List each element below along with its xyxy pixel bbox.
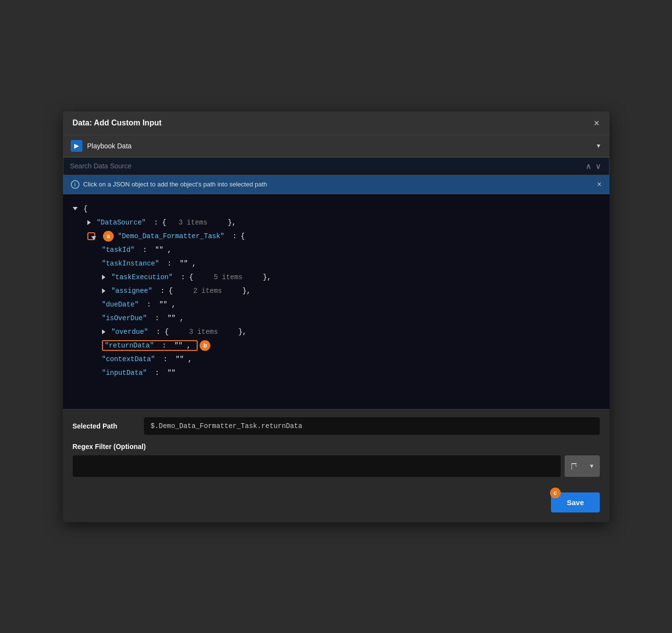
datasource-dropdown-arrow[interactable]: ▼ (596, 143, 602, 149)
info-banner-close-button[interactable]: × (597, 180, 601, 189)
overdue-expand-arrow[interactable] (102, 329, 105, 334)
datasource-row: ▶ Playbook Data ▼ (63, 135, 610, 157)
bottom-section: Selected Path Regex Filter (Optional) ▼ (63, 409, 610, 485)
json-returndata-line[interactable]: "returnData" : "" , b (73, 339, 600, 352)
search-arrows: ∧ ∨ (585, 162, 602, 171)
json-taskid-line[interactable]: "taskId" : "" , (73, 243, 600, 257)
info-banner-text: Click on a JSON object to add the object… (83, 181, 267, 188)
json-assignee-line[interactable]: "assignee" : { 2 items }, (73, 284, 600, 298)
json-tree: { "DataSource" : { 3 items }, a "Demo_Da… (63, 194, 610, 409)
regex-input[interactable] (73, 455, 561, 477)
datasource-expand-arrow[interactable] (87, 220, 91, 225)
json-taskexecution-line[interactable]: "taskExecution" : { 5 items }, (73, 270, 600, 284)
info-icon: i (71, 180, 80, 189)
modal-title: Data: Add Custom Input (73, 119, 162, 127)
regex-dropdown-button[interactable]: ▼ (584, 455, 600, 477)
root-expand-arrow[interactable] (73, 207, 78, 210)
returndata-highlighted[interactable]: "returnData" : "" , (102, 340, 198, 351)
search-down-button[interactable]: ∨ (594, 162, 602, 171)
annotation-c: c (550, 488, 561, 498)
json-taskinstance-line[interactable]: "taskInstance" : "" , (73, 257, 600, 270)
json-inputdata-line[interactable]: "inputData" : "" (73, 366, 600, 380)
selected-path-input[interactable] (144, 417, 600, 435)
search-up-button[interactable]: ∧ (585, 162, 592, 171)
flag-icon (570, 462, 578, 470)
regex-section: Regex Filter (Optional) ▼ (73, 443, 600, 477)
footer-row: c Save (63, 485, 610, 522)
json-datasource-line[interactable]: "DataSource" : { 3 items }, (73, 216, 600, 229)
json-isoverdue-line[interactable]: "isOverDue" : "" , (73, 311, 600, 325)
datasource-icon: ▶ (71, 140, 82, 152)
annotation-a: a (103, 231, 114, 242)
json-demo-task-line[interactable]: a "Demo_Data_Formatter_Task" : { (73, 229, 600, 243)
search-row: ∧ ∨ (63, 157, 610, 175)
modal-close-button[interactable]: × (594, 118, 600, 128)
regex-label: Regex Filter (Optional) (73, 443, 600, 450)
demo-task-expand-arrow[interactable] (87, 232, 95, 240)
taskexecution-expand-arrow[interactable] (102, 275, 105, 280)
assignee-expand-arrow[interactable] (102, 288, 105, 293)
datasource-label: Playbook Data (87, 142, 591, 150)
regex-input-row: ▼ (73, 455, 600, 477)
json-duedate-line[interactable]: "dueDate" : "" , (73, 298, 600, 311)
search-input[interactable] (70, 162, 585, 170)
regex-flag-button[interactable] (565, 455, 584, 477)
json-contextdata-line[interactable]: "contextData" : "" , (73, 352, 600, 366)
info-banner: i Click on a JSON object to add the obje… (63, 175, 610, 194)
regex-flag-group: ▼ (565, 455, 600, 477)
annotation-b: b (200, 340, 210, 351)
json-root-line: { (73, 202, 600, 216)
selected-path-label: Selected Path (73, 422, 136, 430)
modal-header: Data: Add Custom Input × (63, 111, 610, 135)
selected-path-row: Selected Path (73, 417, 600, 435)
info-banner-content: i Click on a JSON object to add the obje… (71, 180, 267, 189)
json-overdue-line[interactable]: "overdue" : { 3 items }, (73, 325, 600, 339)
modal-container: Data: Add Custom Input × ▶ Playbook Data… (63, 111, 610, 522)
